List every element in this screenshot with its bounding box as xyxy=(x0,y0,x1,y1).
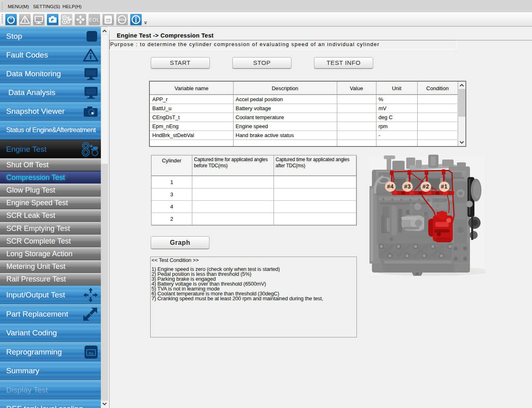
svg-text:Re: Re xyxy=(107,19,110,22)
svg-text:ECU: ECU xyxy=(119,18,125,22)
svg-text:Re: Re xyxy=(89,351,93,355)
svg-text:EOL: EOL xyxy=(89,17,100,23)
